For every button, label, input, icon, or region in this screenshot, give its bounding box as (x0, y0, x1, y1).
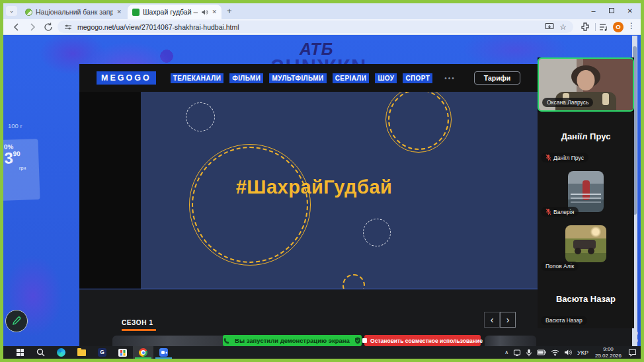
store-icon (118, 349, 127, 357)
pencil-icon (11, 316, 22, 326)
participant-display-name: Даніїл Прус (538, 131, 634, 141)
system-tray: ∧ УКР 9:00 25.02.2026 (504, 346, 641, 359)
maximize-button[interactable] (609, 8, 614, 13)
price-int: 3 (4, 149, 13, 166)
forward-icon[interactable] (27, 22, 38, 32)
browser-tab-strip: ⌄ Національний банк запрошує ✕ Шахрай гу… (3, 3, 641, 19)
season-carousel-nav: ‹ › (484, 312, 516, 328)
episode-thumbnail[interactable] (485, 336, 536, 346)
chrome-app-active[interactable] (133, 346, 153, 359)
profile-avatar[interactable]: O (613, 22, 624, 32)
tab-megogo-active[interactable]: Шахрай гудбай — Дивити ✕ (128, 5, 221, 19)
menu-item-sport[interactable]: СПОРТ (403, 73, 432, 83)
prev-episodes-button[interactable]: ‹ (484, 312, 500, 328)
next-episodes-button[interactable]: › (500, 312, 516, 328)
mic-muted-icon (545, 154, 551, 161)
file-explorer-app[interactable] (71, 346, 92, 359)
taskbar-search-button[interactable] (30, 346, 51, 359)
microphone-icon[interactable] (526, 349, 532, 357)
participant-tile[interactable]: Васюта Назар Васюта Назар (538, 274, 634, 328)
season-tab[interactable]: СЕЗОН 1 (122, 319, 153, 326)
tab-nbu[interactable]: Національний банк запрошує ✕ (20, 5, 126, 19)
participant-tile[interactable]: Даніїл Прус Даніїл Прус (538, 112, 634, 166)
participant-display-name: Васюта Назар (538, 294, 634, 304)
decor-circle (192, 147, 308, 263)
keyboard-language[interactable]: УКР (577, 349, 588, 356)
new-tab-button[interactable]: + (227, 6, 232, 16)
participant-name-label: Васюта Назар (541, 316, 587, 325)
action-center-icon[interactable] (628, 349, 637, 357)
price-tag: 0% 390 грн (3, 139, 40, 201)
close-window-button[interactable]: ✕ (627, 7, 633, 15)
decor-circle (388, 92, 449, 150)
date: 25.02.2026 (593, 353, 624, 359)
close-tab-icon[interactable]: ✕ (212, 9, 217, 15)
media-controls-icon[interactable] (598, 22, 609, 32)
site-info-icon[interactable] (64, 23, 72, 31)
hero-cover: #ШахрайГудбай (141, 92, 538, 289)
edge-icon (57, 348, 65, 357)
decor-circle (186, 102, 215, 131)
store-app[interactable] (112, 346, 133, 359)
toolbar-divider (595, 23, 596, 31)
participant-name-label: Оксана Лаврусь (542, 98, 593, 107)
reload-icon[interactable] (43, 22, 54, 32)
tray-chevron-icon[interactable]: ∧ (504, 349, 508, 355)
participant-tile-video[interactable]: Оксана Лаврусь (538, 57, 634, 112)
browser-menu-icon[interactable]: ⋮ (627, 21, 635, 30)
window-controls: – ✕ (591, 3, 638, 18)
tariffs-button[interactable]: Тарифи (474, 71, 521, 85)
annotation-pencil-button[interactable] (5, 310, 28, 332)
price-dec: 90 (13, 150, 20, 157)
running-indicator (155, 357, 172, 359)
jacket-collar (602, 93, 609, 105)
more-menu-icon[interactable]: ••• (444, 75, 456, 82)
taskbar: G ∧ УКР 9:00 25.02.2026 (3, 346, 641, 359)
menu-item-cartoons[interactable]: МУЛЬТФІЛЬМИ (269, 73, 326, 83)
tab-search-button[interactable]: ⌄ (6, 6, 17, 16)
install-icon[interactable] (545, 22, 554, 31)
g-app[interactable]: G (92, 346, 112, 359)
participant-tile[interactable]: Попов Алік (538, 220, 634, 274)
hero-title: #ШахрайГудбай (141, 176, 487, 198)
speaker-icon[interactable] (564, 349, 573, 356)
person-face (577, 70, 595, 90)
mic-muted-icon (545, 208, 551, 215)
address-bar[interactable]: megogo.net/ua/view/27014067-shakhrai-hud… (58, 20, 573, 33)
megogo-favicon (132, 9, 140, 16)
stop-sharing-button[interactable]: Остановить совместное использование (364, 335, 481, 346)
battery-icon[interactable] (537, 349, 546, 355)
participant-name-label: Даніїл Прус (541, 153, 588, 163)
conference-participants-panel: Оксана Лаврусь Даніїл Прус Даніїл Прус В… (538, 57, 634, 328)
tab-audio-icon[interactable] (201, 9, 208, 16)
price-currency: грн (19, 165, 35, 170)
participant-tile[interactable]: Валерія (538, 166, 634, 220)
zoom-app[interactable] (153, 346, 174, 359)
menu-item-tv[interactable]: ТЕЛЕКАНАЛИ (171, 73, 224, 83)
search-icon (36, 348, 45, 357)
menu-item-shows[interactable]: ШОУ (375, 73, 397, 83)
g-app-icon: G (98, 348, 106, 357)
bookmark-star-icon[interactable]: ☆ (559, 22, 567, 32)
minimize-button[interactable]: – (591, 7, 595, 15)
extensions-icon[interactable] (580, 22, 590, 32)
back-icon[interactable] (11, 22, 22, 32)
decor-circle (342, 274, 365, 289)
clock[interactable]: 9:00 25.02.2026 (593, 346, 624, 359)
edge-app[interactable] (51, 346, 71, 359)
url-text[interactable]: megogo.net/ua/view/27014067-shakhrai-hud… (77, 23, 239, 31)
menu-item-series[interactable]: СЕРІАЛИ (333, 73, 370, 83)
tray-app-icon[interactable] (513, 349, 521, 357)
start-button[interactable] (10, 346, 30, 359)
megogo-logo[interactable]: MEGOGO (97, 71, 156, 85)
megogo-menu: ТЕЛЕКАНАЛИ ФІЛЬМИ МУЛЬТФІЛЬМИ СЕРІАЛИ ШО… (171, 73, 433, 83)
folder-icon (77, 349, 86, 356)
menu-item-films[interactable]: ФІЛЬМИ (229, 73, 263, 83)
wifi-icon[interactable] (551, 349, 559, 356)
participant-name-label: Валерія (541, 207, 579, 217)
time: 9:00 (593, 346, 624, 353)
screen: АТБ ЗНИЖКИ 100 г 0% 390 грн «Champ чорно… (0, 0, 644, 362)
participant-avatar (565, 225, 606, 262)
decor-circle (363, 219, 391, 246)
close-tab-icon[interactable]: ✕ (116, 9, 122, 15)
